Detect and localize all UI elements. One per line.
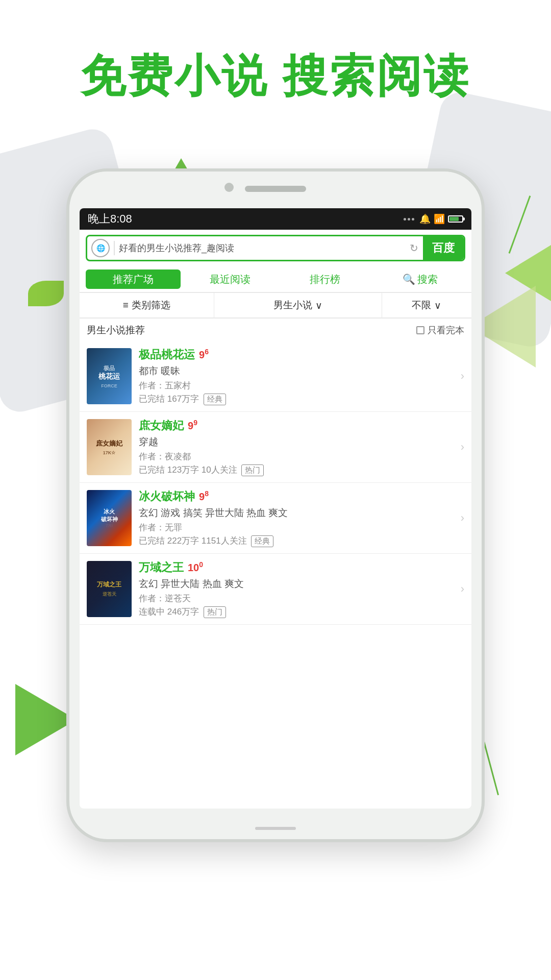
section-header: 男生小说推荐 只看完本 (80, 318, 471, 341)
nav-tabs: 推荐广场 最近阅读 排行榜 🔍 搜索 (80, 266, 471, 293)
arrow-icon-4: › (461, 582, 464, 596)
book-rating-1: 96 (199, 348, 209, 361)
book-tag-2: 热门 (241, 464, 264, 476)
book-rating-3: 98 (199, 489, 209, 503)
phone-camera (224, 183, 234, 192)
tab-recent[interactable]: 最近阅读 (183, 266, 278, 292)
arrow-icon-2: › (461, 440, 464, 454)
wifi-icon: 📶 (434, 213, 445, 225)
status-time: 晚上8:08 (88, 211, 132, 227)
book-list: 极品 桃花运 FORCE 极品桃花运 96 都市 暖昧 (80, 341, 471, 625)
book-genre-2: 穿越 (139, 435, 454, 449)
filter-row: ≡ 类别筛选 男生小说 ∨ 不限 ∨ (80, 293, 471, 318)
book-stats-4: 连载中 246万字 热门 (139, 606, 454, 618)
search-divider (114, 241, 115, 255)
book-info-1: 极品桃花运 96 都市 暖昧 作者：五家村 已完结 167万字 经典 (139, 347, 454, 405)
phone-outer: 晚上8:08 🔔 📶 🌐 好看的 (66, 168, 485, 842)
chevron-down-icon-2: ∨ (434, 300, 441, 311)
cover-image-4: 万域之王 逆苍天 (87, 561, 132, 617)
book-title-1: 极品桃花运 (139, 347, 195, 362)
phone-speaker (245, 186, 306, 192)
signal-dot-1 (404, 218, 406, 220)
cover-image-2: 庶女嫡妃 17K☆ (87, 419, 132, 475)
book-stats-2: 已完结 123万字 10人关注 热门 (139, 464, 454, 476)
book-title-3: 冰火破坏神 (139, 489, 195, 504)
book-genre-3: 玄幻 游戏 搞笑 异世大陆 热血 爽文 (139, 506, 454, 520)
status-icons: 🔔 📶 (404, 213, 463, 225)
page-title: 免费小说 搜索阅读 (0, 46, 551, 107)
book-cover-3: 冰火 破坏神 TRi (87, 490, 132, 546)
book-author-2: 作者：夜凌都 (139, 451, 454, 462)
filter-gender[interactable]: 男生小说 ∨ (214, 293, 382, 317)
book-rating-2: 99 (188, 419, 197, 432)
book-stats-1: 已完结 167万字 经典 (139, 393, 454, 405)
globe-icon: 🌐 (91, 239, 110, 257)
book-author-4: 作者：逆苍天 (139, 593, 454, 604)
book-title-row-4: 万域之王 100 (139, 560, 454, 575)
book-cover-4: 万域之王 逆苍天 (87, 561, 132, 617)
tab-recommend[interactable]: 推荐广场 (86, 270, 181, 289)
cover-image-1: 极品 桃花运 FORCE (87, 348, 132, 404)
arrow-icon-3: › (461, 511, 464, 525)
book-genre-4: 玄幻 异世大陆 热血 爽文 (139, 577, 454, 591)
book-info-2: 庶女嫡妃 99 穿越 作者：夜凌都 已完结 123万字 10人关注 热门 (139, 418, 454, 476)
search-query[interactable]: 好看的男生小说推荐_趣阅读 (119, 242, 405, 254)
only-complete-toggle[interactable]: 只看完本 (416, 324, 464, 336)
book-cover-2: 庶女嫡妃 17K☆ (87, 419, 132, 475)
phone-home-bar (255, 827, 296, 830)
phone-mockup: 晚上8:08 🔔 📶 🌐 好看的 (66, 168, 485, 842)
filter-limit[interactable]: 不限 ∨ (382, 293, 471, 317)
book-stats-3: 已完结 222万字 1151人关注 经典 (139, 535, 454, 547)
book-info-3: 冰火破坏神 98 玄幻 游戏 搞笑 异世大陆 热血 爽文 作者：无罪 已完结 2… (139, 489, 454, 547)
phone-screen: 晚上8:08 🔔 📶 🌐 好看的 (80, 208, 471, 808)
battery-fill (449, 217, 459, 221)
book-info-4: 万域之王 100 玄幻 异世大陆 热血 爽文 作者：逆苍天 连载中 246万字 … (139, 560, 454, 618)
refresh-icon[interactable]: ↻ (405, 239, 423, 257)
book-title-4: 万域之王 (139, 560, 184, 575)
book-item-2[interactable]: 庶女嫡妃 17K☆ 庶女嫡妃 99 穿越 作者：夜凌都 (80, 412, 471, 483)
search-icon: 🔍 (403, 273, 415, 285)
book-title-row-2: 庶女嫡妃 99 (139, 418, 454, 433)
book-author-3: 作者：无罪 (139, 522, 454, 533)
book-rating-4: 100 (188, 560, 203, 574)
bg-leaf-left (28, 281, 64, 306)
filter-category[interactable]: ≡ 类别筛选 (80, 293, 214, 317)
mute-icon: 🔔 (419, 213, 431, 225)
book-item-4[interactable]: 万域之王 逆苍天 万域之王 100 玄幻 异世大陆 热血 爽文 作者：逆苍天 (80, 554, 471, 625)
book-cover-1: 极品 桃花运 FORCE (87, 348, 132, 404)
signal-dot-3 (412, 218, 414, 220)
book-title-2: 庶女嫡妃 (139, 418, 184, 433)
book-title-row-3: 冰火破坏神 98 (139, 489, 454, 504)
tab-ranking[interactable]: 排行榜 (278, 266, 372, 292)
complete-label: 只看完本 (428, 324, 464, 336)
arrow-icon-1: › (461, 370, 464, 383)
book-genre-1: 都市 暖昧 (139, 364, 454, 378)
status-bar: 晚上8:08 🔔 📶 (80, 208, 471, 230)
section-title: 男生小说推荐 (87, 324, 145, 337)
book-item-3[interactable]: 冰火 破坏神 TRi 冰火破坏神 98 玄幻 游戏 搞笑 异世大陆 热血 爽文 (80, 483, 471, 554)
chevron-down-icon: ∨ (315, 300, 322, 311)
book-title-row-1: 极品桃花运 96 (139, 347, 454, 362)
signal-dots (404, 218, 414, 220)
tab-search[interactable]: 🔍 搜索 (372, 266, 467, 292)
search-bar[interactable]: 🌐 好看的男生小说推荐_趣阅读 ↻ 百度 (86, 235, 465, 261)
complete-checkbox[interactable] (416, 326, 424, 334)
filter-icon: ≡ (123, 300, 129, 311)
battery-icon (448, 215, 463, 223)
signal-dot-2 (408, 218, 410, 220)
book-tag-4: 热门 (204, 606, 226, 618)
book-author-1: 作者：五家村 (139, 380, 454, 391)
book-tag-1: 经典 (204, 394, 226, 405)
book-item-1[interactable]: 极品 桃花运 FORCE 极品桃花运 96 都市 暖昧 (80, 341, 471, 412)
book-tag-3: 经典 (251, 535, 273, 547)
cover-image-3: 冰火 破坏神 TRi (87, 490, 132, 546)
baidu-search-button[interactable]: 百度 (423, 236, 464, 260)
